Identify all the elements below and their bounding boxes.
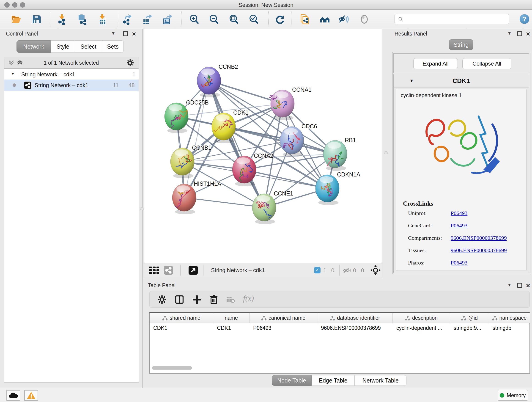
zoom-out-icon[interactable] <box>209 14 220 25</box>
grid-view-icon[interactable] <box>149 267 160 274</box>
crosslink-value-link[interactable]: 9606.ENSP00000378699 <box>451 235 507 241</box>
node-label: CDC6 <box>302 123 317 129</box>
network-node-RB1[interactable]: RB1 <box>323 137 356 171</box>
tab-string[interactable]: String <box>449 39 473 50</box>
export-table-icon[interactable] <box>142 14 152 25</box>
table-cell[interactable]: 9606.ENSP00000378699 <box>321 325 392 331</box>
column-header-namespace[interactable]: namespace <box>489 313 530 323</box>
network-view-title: String Network – cdk1 <box>211 267 265 274</box>
table-cell[interactable]: CDK1 <box>153 325 212 331</box>
search-input[interactable] <box>394 14 509 24</box>
collapse-all-button[interactable]: Collapse All <box>462 58 511 69</box>
import-table-icon[interactable] <box>97 14 108 25</box>
gene-panel: ▾ CDK1 cyclin-dependent kinase 1 <box>393 74 529 273</box>
column-header-description[interactable]: description <box>393 313 450 323</box>
attribute-type-icon <box>162 316 168 321</box>
network-node-CDC25B[interactable]: CDC25B <box>165 99 209 133</box>
network-node-CDKN1A[interactable]: CDKN1A <box>316 171 360 205</box>
open-session-icon[interactable] <box>11 14 22 25</box>
zoom-fit-icon[interactable] <box>228 14 239 25</box>
crosslink-value-link[interactable]: P06493 <box>451 260 467 266</box>
node-label: CDK1 <box>233 109 249 116</box>
network-edge[interactable] <box>184 198 264 207</box>
network-row-selected[interactable]: String Network – cdk1 11 48 <box>4 80 139 91</box>
cloud-status-button[interactable] <box>6 390 20 401</box>
clone-network-icon[interactable] <box>300 14 311 25</box>
tab-edge-table[interactable]: Edge Table <box>312 375 355 386</box>
network-node-HIST1H1A[interactable]: HIST1H1A <box>172 180 221 214</box>
close-panel-icon[interactable]: × <box>526 32 530 36</box>
function-builder-icon: f(x) <box>243 294 254 303</box>
network-node-CCNB2[interactable]: CCNB2 <box>197 64 238 97</box>
network-edge[interactable] <box>209 81 264 207</box>
table-toolbar: f(x) <box>149 291 530 307</box>
column-header-database-identifier[interactable]: database identifier <box>317 313 393 323</box>
memory-button[interactable]: Memory <box>498 390 528 401</box>
tab-style[interactable]: Style <box>51 40 75 53</box>
float-panel-icon[interactable] <box>123 31 128 36</box>
node-label: CCNE1 <box>274 190 293 197</box>
float-panel-icon[interactable] <box>517 31 522 36</box>
import-network-file-icon[interactable] <box>57 14 68 25</box>
panel-menu-icon[interactable]: ▾ <box>508 30 511 36</box>
crosslink-value-link[interactable]: 9606.ENSP00000378699 <box>451 247 507 254</box>
tab-node-table[interactable]: Node Table <box>272 375 312 386</box>
table-cell[interactable]: cyclin-dependent ... <box>396 325 449 331</box>
table-cell[interactable]: P06493 <box>253 325 317 331</box>
gene-header[interactable]: ▾ CDK1 <box>394 75 529 88</box>
close-panel-icon[interactable]: × <box>526 283 530 288</box>
panel-menu-icon[interactable]: ▾ <box>112 30 114 36</box>
crosslink-row: Tissues:9606.ENSP00000378699 <box>408 247 523 258</box>
warning-status-button[interactable] <box>24 390 38 401</box>
export-network-icon[interactable] <box>122 14 133 25</box>
gear-icon[interactable] <box>126 59 134 67</box>
show-hidden-icon[interactable] <box>359 14 370 25</box>
close-panel-icon[interactable]: × <box>132 32 136 36</box>
column-header-name[interactable]: name <box>213 313 249 323</box>
table-cell[interactable]: stringdb <box>493 325 529 331</box>
expand-all-button[interactable]: Expand All <box>413 58 458 69</box>
fit-content-crosshair-icon[interactable] <box>370 265 380 275</box>
help-button[interactable]: ? <box>520 14 529 24</box>
add-column-icon[interactable] <box>192 294 202 305</box>
zoom-selected-icon[interactable] <box>248 14 259 25</box>
import-network-database-icon[interactable] <box>77 14 88 25</box>
float-panel-icon[interactable] <box>517 283 522 288</box>
collection-expand-icon[interactable]: ▾ <box>12 71 14 76</box>
delete-column-icon[interactable] <box>209 294 219 305</box>
crosslink-value-link[interactable]: P06493 <box>451 210 467 216</box>
tab-network-table[interactable]: Network Table <box>355 375 406 386</box>
panel-menu-icon[interactable]: ▾ <box>508 282 511 288</box>
column-header-@id[interactable]: @id <box>450 313 489 323</box>
table-horizontal-scrollbar[interactable] <box>152 366 192 370</box>
crosslink-value-link[interactable]: P06493 <box>451 223 467 229</box>
show-columns-icon[interactable] <box>174 294 184 305</box>
tab-select[interactable]: Select <box>75 40 102 53</box>
network-view-icon[interactable] <box>164 266 173 275</box>
show-all-nodes-icon[interactable] <box>319 14 330 25</box>
table-gear-icon[interactable] <box>157 294 167 305</box>
right-splitter-handle[interactable] <box>384 151 388 154</box>
column-header-shared-name[interactable]: shared name <box>150 313 213 323</box>
zoom-in-icon[interactable] <box>189 14 200 25</box>
tab-sets[interactable]: Sets <box>102 40 124 53</box>
birdseye-view-icon[interactable] <box>189 266 198 275</box>
first-neighbors-icon[interactable] <box>274 14 285 25</box>
tab-network[interactable]: Network <box>17 40 51 53</box>
node-table[interactable]: shared namenamecanonical namedatabase id… <box>149 312 530 374</box>
save-session-icon[interactable] <box>31 14 42 25</box>
export-image-icon[interactable] <box>162 14 173 25</box>
network-node-CCNE1[interactable]: CCNE1 <box>252 190 293 224</box>
gene-description: cyclin-dependent kinase 1 <box>401 92 462 99</box>
table-cell[interactable]: stringdb:9... <box>454 325 488 331</box>
network-collection-row[interactable]: ▾ String Network – cdk1 1 <box>4 70 139 80</box>
hide-selected-icon[interactable] <box>338 14 349 25</box>
network-node-CCNB1[interactable]: CCNB1 <box>171 144 211 178</box>
column-header-canonical-name[interactable]: canonical name <box>249 313 317 323</box>
table-cell[interactable]: CDK1 <box>217 325 249 331</box>
network-canvas[interactable]: CCNB2CCNA1CDC25BCDK1CDC6RB1CCNB1CCNA2CDK… <box>144 29 382 263</box>
node-label: CCNB2 <box>219 64 238 70</box>
selected-checkbox-icon[interactable]: ✓ <box>314 267 321 274</box>
attribute-type-icon <box>261 316 267 321</box>
left-splitter-handle[interactable] <box>140 207 144 210</box>
